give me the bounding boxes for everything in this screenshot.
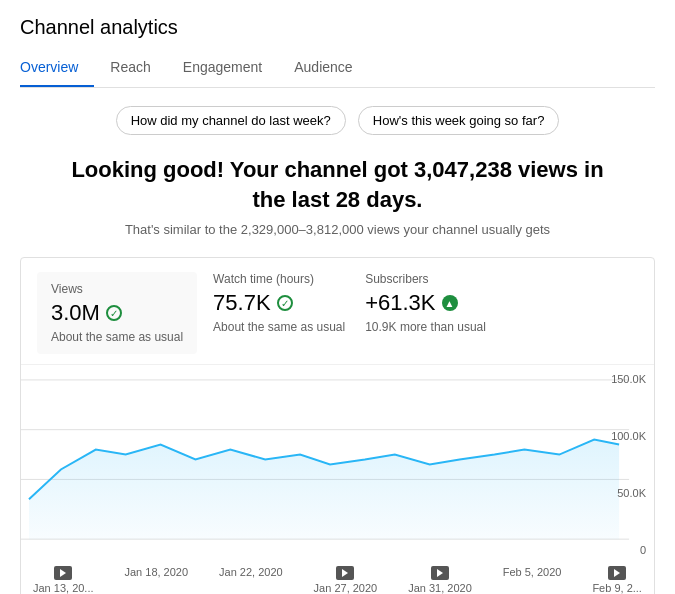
x-label-jan13: Jan 13, 20... — [33, 566, 94, 594]
subscribers-value: +61.3K ▲ — [365, 290, 486, 316]
tab-bar: Overview Reach Engagement Audience — [20, 51, 655, 88]
analytics-card: Views 3.0M ✓ About the same as usual Wat… — [20, 257, 655, 594]
y-label-100k: 100.0K — [611, 430, 646, 442]
views-check-icon: ✓ — [106, 305, 122, 321]
x-label-jan18-text: Jan 18, 2020 — [124, 566, 188, 578]
x-label-jan27: Jan 27, 2020 — [314, 566, 378, 594]
metric-watch-time: Watch time (hours) 75.7K ✓ About the sam… — [213, 272, 365, 354]
watch-time-value: 75.7K ✓ — [213, 290, 345, 316]
metrics-row: Views 3.0M ✓ About the same as usual Wat… — [21, 258, 654, 364]
play-icon-2 — [342, 569, 348, 577]
subscribers-arrow-icon: ▲ — [442, 295, 458, 311]
this-week-button[interactable]: How's this week going so far? — [358, 106, 560, 135]
video-marker-feb9 — [608, 566, 626, 580]
x-label-feb5: Feb 5, 2020 — [503, 566, 562, 594]
x-label-jan27-text: Jan 27, 2020 — [314, 582, 378, 594]
subscribers-label: Subscribers — [365, 272, 486, 286]
video-marker-jan31 — [431, 566, 449, 580]
play-icon — [60, 569, 66, 577]
chart-area: 150.0K 100.0K 50.0K 0 — [21, 364, 654, 564]
y-label-0: 0 — [611, 544, 646, 556]
views-status: About the same as usual — [51, 330, 183, 344]
x-label-feb9-text: Feb 9, 2... — [592, 582, 642, 594]
tab-reach[interactable]: Reach — [110, 51, 166, 87]
last-week-button[interactable]: How did my channel do last week? — [116, 106, 346, 135]
page-container: Channel analytics Overview Reach Engagem… — [0, 0, 675, 594]
tab-overview[interactable]: Overview — [20, 51, 94, 87]
watch-time-status: About the same as usual — [213, 320, 345, 334]
video-marker-jan13 — [54, 566, 72, 580]
x-label-jan22: Jan 22, 2020 — [219, 566, 283, 594]
metric-subscribers: Subscribers +61.3K ▲ 10.9K more than usu… — [365, 272, 506, 354]
play-icon-4 — [614, 569, 620, 577]
x-label-feb9: Feb 9, 2... — [592, 566, 642, 594]
play-icon-3 — [437, 569, 443, 577]
x-label-jan31: Jan 31, 2020 — [408, 566, 472, 594]
tab-engagement[interactable]: Engagement — [183, 51, 278, 87]
chart-area-fill — [29, 440, 619, 540]
views-label: Views — [51, 282, 183, 296]
chart-svg — [21, 365, 654, 564]
quick-questions-bar: How did my channel do last week? How's t… — [20, 106, 655, 135]
video-marker-jan27 — [336, 566, 354, 580]
sub-headline: That's similar to the 2,329,000–3,812,00… — [20, 222, 655, 237]
x-label-jan13-text: Jan 13, 20... — [33, 582, 94, 594]
y-label-50k: 50.0K — [611, 487, 646, 499]
metric-views: Views 3.0M ✓ About the same as usual — [37, 272, 197, 354]
watch-time-label: Watch time (hours) — [213, 272, 345, 286]
main-headline: Looking good! Your channel got 3,047,238… — [58, 155, 618, 214]
tab-audience[interactable]: Audience — [294, 51, 368, 87]
page-title: Channel analytics — [20, 16, 655, 39]
x-label-jan22-text: Jan 22, 2020 — [219, 566, 283, 578]
y-label-150k: 150.0K — [611, 373, 646, 385]
x-label-jan18: Jan 18, 2020 — [124, 566, 188, 594]
subscribers-status: 10.9K more than usual — [365, 320, 486, 334]
watch-time-check-icon: ✓ — [277, 295, 293, 311]
views-value: 3.0M ✓ — [51, 300, 183, 326]
x-label-jan31-text: Jan 31, 2020 — [408, 582, 472, 594]
x-label-feb5-text: Feb 5, 2020 — [503, 566, 562, 578]
x-axis-labels: Jan 13, 20... Jan 18, 2020 Jan 22, 2020 … — [21, 564, 654, 594]
